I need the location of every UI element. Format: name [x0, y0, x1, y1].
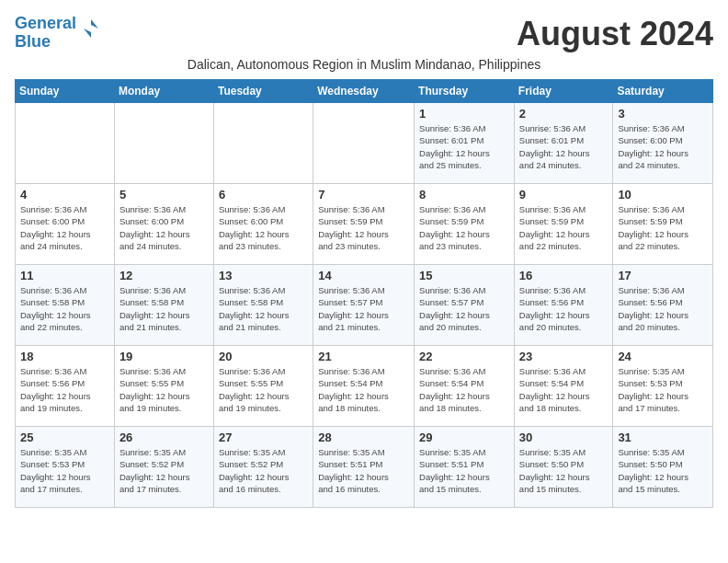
calendar-cell: 26Sunrise: 5:35 AM Sunset: 5:52 PM Dayli…: [114, 427, 213, 508]
day-number: 17: [618, 269, 708, 282]
logo: General Blue: [15, 15, 104, 52]
calendar-cell: 11Sunrise: 5:36 AM Sunset: 5:58 PM Dayli…: [16, 265, 115, 346]
calendar-cell: 1Sunrise: 5:36 AM Sunset: 6:01 PM Daylig…: [415, 103, 515, 184]
day-number: 18: [20, 350, 109, 363]
day-info: Sunrise: 5:36 AM Sunset: 5:57 PM Dayligh…: [419, 284, 509, 333]
calendar-cell: 9Sunrise: 5:36 AM Sunset: 5:59 PM Daylig…: [514, 184, 613, 265]
column-header-tuesday: Tuesday: [213, 80, 313, 103]
logo-text: General Blue: [15, 15, 76, 52]
calendar-cell: 29Sunrise: 5:35 AM Sunset: 5:51 PM Dayli…: [415, 427, 515, 508]
calendar-week-1: 1Sunrise: 5:36 AM Sunset: 6:01 PM Daylig…: [16, 103, 713, 184]
day-number: 30: [519, 431, 609, 444]
calendar-cell: [313, 103, 415, 184]
day-number: 20: [219, 350, 308, 363]
logo-icon: [78, 16, 104, 41]
day-number: 29: [419, 431, 509, 444]
calendar-cell: 31Sunrise: 5:35 AM Sunset: 5:50 PM Dayli…: [613, 427, 713, 508]
day-info: Sunrise: 5:36 AM Sunset: 5:55 PM Dayligh…: [219, 365, 308, 414]
day-info: Sunrise: 5:36 AM Sunset: 5:58 PM Dayligh…: [20, 284, 109, 333]
day-number: 4: [20, 188, 109, 201]
day-info: Sunrise: 5:35 AM Sunset: 5:52 PM Dayligh…: [219, 446, 308, 495]
day-info: Sunrise: 5:35 AM Sunset: 5:53 PM Dayligh…: [20, 446, 109, 495]
column-header-friday: Friday: [514, 80, 613, 103]
calendar-cell: 16Sunrise: 5:36 AM Sunset: 5:56 PM Dayli…: [514, 265, 613, 346]
day-info: Sunrise: 5:36 AM Sunset: 5:59 PM Dayligh…: [519, 203, 609, 252]
day-number: 12: [119, 269, 209, 282]
calendar-cell: 28Sunrise: 5:35 AM Sunset: 5:51 PM Dayli…: [313, 427, 415, 508]
day-info: Sunrise: 5:36 AM Sunset: 5:57 PM Dayligh…: [318, 284, 409, 333]
day-info: Sunrise: 5:36 AM Sunset: 5:56 PM Dayligh…: [618, 284, 708, 333]
column-header-saturday: Saturday: [613, 80, 713, 103]
day-number: 16: [519, 269, 609, 282]
day-number: 24: [618, 350, 708, 363]
day-info: Sunrise: 5:36 AM Sunset: 5:56 PM Dayligh…: [519, 284, 609, 333]
calendar-cell: 21Sunrise: 5:36 AM Sunset: 5:54 PM Dayli…: [313, 346, 415, 427]
day-info: Sunrise: 5:35 AM Sunset: 5:51 PM Dayligh…: [419, 446, 509, 495]
day-info: Sunrise: 5:36 AM Sunset: 5:59 PM Dayligh…: [618, 203, 708, 252]
calendar-week-4: 18Sunrise: 5:36 AM Sunset: 5:56 PM Dayli…: [16, 346, 713, 427]
day-number: 13: [219, 269, 308, 282]
day-number: 22: [419, 350, 509, 363]
column-header-thursday: Thursday: [415, 80, 515, 103]
column-header-sunday: Sunday: [16, 80, 115, 103]
day-number: 15: [419, 269, 509, 282]
day-info: Sunrise: 5:36 AM Sunset: 6:00 PM Dayligh…: [219, 203, 308, 252]
day-number: 1: [419, 107, 509, 121]
calendar-cell: 25Sunrise: 5:35 AM Sunset: 5:53 PM Dayli…: [16, 427, 115, 508]
calendar-cell: 4Sunrise: 5:36 AM Sunset: 6:00 PM Daylig…: [16, 184, 115, 265]
calendar-table: SundayMondayTuesdayWednesdayThursdayFrid…: [15, 79, 713, 508]
day-number: 8: [419, 188, 509, 201]
calendar-cell: 22Sunrise: 5:36 AM Sunset: 5:54 PM Dayli…: [415, 346, 515, 427]
day-number: 2: [519, 107, 609, 121]
day-info: Sunrise: 5:36 AM Sunset: 5:59 PM Dayligh…: [318, 203, 409, 252]
calendar-cell: [213, 103, 313, 184]
calendar-cell: 19Sunrise: 5:36 AM Sunset: 5:55 PM Dayli…: [114, 346, 213, 427]
calendar-cell: 3Sunrise: 5:36 AM Sunset: 6:00 PM Daylig…: [613, 103, 713, 184]
calendar-cell: 14Sunrise: 5:36 AM Sunset: 5:57 PM Dayli…: [313, 265, 415, 346]
calendar-cell: 17Sunrise: 5:36 AM Sunset: 5:56 PM Dayli…: [613, 265, 713, 346]
calendar-cell: 15Sunrise: 5:36 AM Sunset: 5:57 PM Dayli…: [415, 265, 515, 346]
column-header-wednesday: Wednesday: [313, 80, 415, 103]
day-info: Sunrise: 5:36 AM Sunset: 5:54 PM Dayligh…: [318, 365, 409, 414]
day-info: Sunrise: 5:36 AM Sunset: 6:01 PM Dayligh…: [419, 122, 509, 171]
day-info: Sunrise: 5:36 AM Sunset: 5:54 PM Dayligh…: [419, 365, 509, 414]
day-info: Sunrise: 5:36 AM Sunset: 5:56 PM Dayligh…: [20, 365, 109, 414]
calendar-cell: 20Sunrise: 5:36 AM Sunset: 5:55 PM Dayli…: [213, 346, 313, 427]
calendar-cell: 24Sunrise: 5:35 AM Sunset: 5:53 PM Dayli…: [613, 346, 713, 427]
day-number: 9: [519, 188, 609, 201]
day-number: 6: [219, 188, 308, 201]
calendar-cell: 7Sunrise: 5:36 AM Sunset: 5:59 PM Daylig…: [313, 184, 415, 265]
day-number: 26: [119, 431, 209, 444]
day-number: 21: [318, 350, 409, 363]
calendar-cell: 13Sunrise: 5:36 AM Sunset: 5:58 PM Dayli…: [213, 265, 313, 346]
day-info: Sunrise: 5:35 AM Sunset: 5:51 PM Dayligh…: [318, 446, 409, 495]
day-info: Sunrise: 5:36 AM Sunset: 5:54 PM Dayligh…: [519, 365, 609, 414]
day-info: Sunrise: 5:36 AM Sunset: 6:00 PM Dayligh…: [618, 122, 708, 171]
calendar-cell: 30Sunrise: 5:35 AM Sunset: 5:50 PM Dayli…: [514, 427, 613, 508]
day-number: 25: [20, 431, 109, 444]
day-info: Sunrise: 5:36 AM Sunset: 6:00 PM Dayligh…: [20, 203, 109, 252]
day-info: Sunrise: 5:35 AM Sunset: 5:50 PM Dayligh…: [519, 446, 609, 495]
month-year-title: August 2024: [517, 15, 713, 53]
header: General Blue August 2024: [15, 15, 713, 53]
calendar-cell: 5Sunrise: 5:36 AM Sunset: 6:00 PM Daylig…: [114, 184, 213, 265]
calendar-cell: 18Sunrise: 5:36 AM Sunset: 5:56 PM Dayli…: [16, 346, 115, 427]
calendar-cell: 12Sunrise: 5:36 AM Sunset: 5:58 PM Dayli…: [114, 265, 213, 346]
day-info: Sunrise: 5:36 AM Sunset: 5:55 PM Dayligh…: [119, 365, 209, 414]
day-info: Sunrise: 5:35 AM Sunset: 5:52 PM Dayligh…: [119, 446, 209, 495]
day-info: Sunrise: 5:36 AM Sunset: 6:01 PM Dayligh…: [519, 122, 609, 171]
day-info: Sunrise: 5:36 AM Sunset: 5:58 PM Dayligh…: [219, 284, 308, 333]
calendar-header-row: SundayMondayTuesdayWednesdayThursdayFrid…: [16, 80, 713, 103]
day-number: 23: [519, 350, 609, 363]
calendar-cell: 6Sunrise: 5:36 AM Sunset: 6:00 PM Daylig…: [213, 184, 313, 265]
calendar-week-5: 25Sunrise: 5:35 AM Sunset: 5:53 PM Dayli…: [16, 427, 713, 508]
day-number: 7: [318, 188, 409, 201]
day-number: 11: [20, 269, 109, 282]
calendar-cell: 2Sunrise: 5:36 AM Sunset: 6:01 PM Daylig…: [514, 103, 613, 184]
day-info: Sunrise: 5:36 AM Sunset: 5:58 PM Dayligh…: [119, 284, 209, 333]
column-header-monday: Monday: [114, 80, 213, 103]
day-number: 31: [618, 431, 708, 444]
calendar-week-3: 11Sunrise: 5:36 AM Sunset: 5:58 PM Dayli…: [16, 265, 713, 346]
day-number: 10: [618, 188, 708, 201]
day-number: 14: [318, 269, 409, 282]
